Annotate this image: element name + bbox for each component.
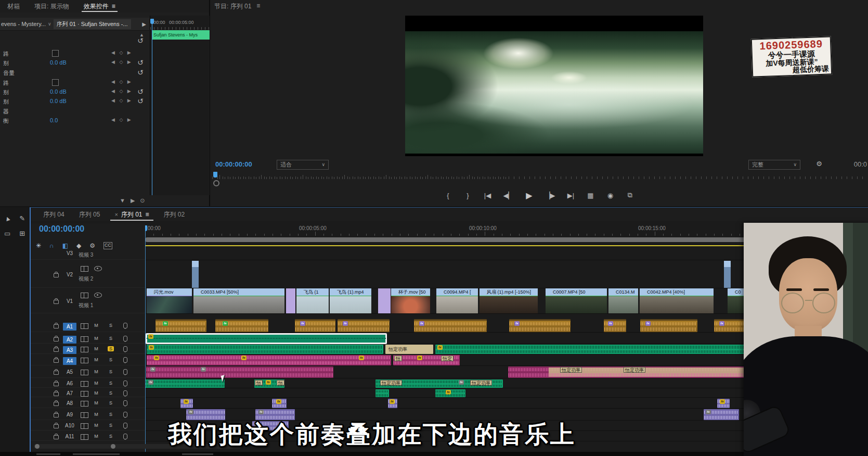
solo-button[interactable]: S	[108, 346, 114, 351]
audio-clip[interactable]: 恒定功率恒定功率fx	[375, 379, 503, 388]
go-to-in-button[interactable]: |◀	[484, 192, 492, 199]
playback-quality-select[interactable]: 完整∨	[748, 160, 800, 170]
fx-badge[interactable]: fx	[359, 356, 364, 360]
mute-button[interactable]: M	[93, 390, 99, 396]
fx-badge[interactable]: fx	[390, 399, 395, 404]
audio-clip[interactable]: 恒定功率恒定功率	[508, 366, 745, 378]
fx-badge[interactable]: fx	[188, 410, 193, 414]
tab-序列 05[interactable]: 序列 05	[72, 208, 108, 221]
lock-icon[interactable]	[54, 382, 59, 386]
sync-lock-icon[interactable]	[81, 381, 88, 387]
voiceover-mic-icon[interactable]	[123, 336, 127, 341]
audio-clip[interactable]: fx	[640, 319, 697, 332]
fx-badge[interactable]: fx	[258, 410, 264, 414]
solo-button[interactable]: S	[108, 412, 114, 417]
timeline-timecode[interactable]: 00:00:00:00	[39, 224, 84, 234]
track-target-A7[interactable]: A7	[63, 390, 76, 396]
filter-icon[interactable]: ▼	[120, 197, 125, 204]
mute-button[interactable]: M	[93, 369, 99, 374]
audio-clip[interactable]: fx	[215, 319, 268, 332]
hand-tool[interactable]: ⊞	[19, 230, 25, 237]
select-tool[interactable]: ▲	[3, 213, 12, 223]
solo-button[interactable]: S	[108, 400, 114, 406]
step-forward-button[interactable]: ▕▶	[545, 192, 555, 199]
video-clip[interactable]: 风扇 (1).mp4 [-150%]fx	[480, 288, 538, 313]
source-monitor-icon[interactable]	[81, 293, 88, 298]
reset-parameter-icon[interactable]: ↺	[137, 97, 144, 105]
solo-button[interactable]: S	[108, 336, 114, 341]
voiceover-mic-icon[interactable]	[123, 381, 127, 386]
eye-toggle-icon[interactable]	[94, 266, 102, 271]
video-clip[interactable]: C0007.MP4 [50fx	[546, 288, 607, 313]
lock-icon[interactable]	[54, 348, 59, 352]
track-target-A8[interactable]: A8	[63, 400, 76, 406]
video-clip[interactable]: 杯子.mov [50fx	[391, 288, 430, 313]
fx-badge[interactable]: fx	[276, 399, 281, 404]
fx-badge[interactable]: fx	[706, 410, 711, 414]
video-clip[interactable]: 飞鸟 (1fx	[296, 288, 329, 313]
voiceover-mic-icon[interactable]	[123, 412, 127, 417]
lock-icon[interactable]	[54, 273, 59, 277]
sync-lock-icon[interactable]	[81, 412, 88, 418]
sync-lock-icon[interactable]	[81, 347, 88, 352]
step-back-button[interactable]: ◀▏	[503, 192, 514, 199]
loop-icon[interactable]: ⊙	[140, 197, 145, 204]
parameter-value[interactable]: 0.0 dB	[50, 88, 67, 95]
video-clip[interactable]: C0033.MP4 [50%]fx	[193, 288, 284, 313]
audio-clip[interactable]: fx	[180, 399, 193, 408]
lock-icon[interactable]	[54, 359, 59, 363]
voiceover-mic-icon[interactable]	[123, 323, 127, 328]
sync-lock-icon[interactable]	[81, 323, 88, 329]
voiceover-mic-icon[interactable]	[123, 346, 127, 352]
track-target-A9[interactable]: A9	[63, 412, 76, 417]
lock-icon[interactable]	[54, 392, 59, 396]
mute-button[interactable]: M	[93, 323, 99, 328]
mute-button[interactable]: M	[93, 412, 99, 417]
mute-button[interactable]: M	[93, 346, 99, 351]
solo-button[interactable]: S	[108, 381, 114, 386]
fx-badge[interactable]: fx	[300, 321, 305, 326]
zoom-fit-select[interactable]: 适合∨	[277, 160, 329, 170]
track-target-A3[interactable]: A3	[63, 346, 76, 354]
audio-clip[interactable]: fx	[295, 319, 335, 332]
snap-icon[interactable]: ∩	[49, 242, 54, 249]
eye-toggle-icon[interactable]	[94, 293, 102, 298]
lock-icon[interactable]	[54, 324, 59, 328]
linked-selection-icon[interactable]: ◧	[62, 242, 68, 249]
track-target-A6[interactable]: A6	[63, 381, 76, 386]
video-clip[interactable]: C0134.Mfx	[608, 288, 638, 313]
video-clip[interactable]: 闪光.movfx	[147, 288, 192, 313]
video-clip-transition[interactable]	[286, 288, 295, 313]
tab-序列 02[interactable]: 序列 02	[157, 208, 192, 221]
sync-lock-icon[interactable]	[81, 391, 88, 397]
keyframe-nav-icons[interactable]: ◀ ◇ ▶	[111, 88, 133, 94]
fx-badge[interactable]: fx	[720, 399, 725, 404]
track-target-A5[interactable]: A5	[63, 369, 76, 375]
fx-badge[interactable]: fx	[154, 356, 159, 360]
fx-badge[interactable]: fx	[201, 367, 206, 372]
settings-wrench-icon[interactable]: ⚙	[89, 242, 95, 249]
video-clip[interactable]: C0042.MP4 [40%]fx	[640, 288, 714, 313]
fx-badge[interactable]: fx	[150, 367, 156, 372]
audio-clip[interactable]: fxfx	[435, 345, 793, 354]
reset-parameter-icon[interactable]: ↺	[137, 87, 144, 96]
fx-badge[interactable]: fx	[148, 334, 153, 339]
reset-parameter-icon[interactable]: ↺	[137, 58, 144, 67]
lock-icon[interactable]	[54, 413, 59, 417]
solo-button[interactable]: S	[108, 357, 114, 362]
play-button[interactable]: ▶	[525, 191, 534, 200]
sync-lock-icon[interactable]	[81, 336, 88, 342]
fx-badge[interactable]: fx	[419, 321, 424, 326]
comparison-view-button[interactable]: ⧉	[626, 191, 634, 199]
reset-parameter-icon[interactable]: ↺	[137, 36, 144, 45]
fx-badge[interactable]: fx	[608, 321, 613, 326]
mute-button[interactable]: M	[93, 336, 99, 341]
fx-badge[interactable]: fx	[645, 321, 651, 326]
audio-clip[interactable]: fx	[145, 379, 225, 388]
rect-tool[interactable]: ▭	[4, 230, 10, 237]
fx-badge[interactable]: fx	[149, 345, 154, 350]
fx-badge[interactable]: fx	[417, 356, 422, 360]
keyframe-nav-icons[interactable]: ◀ ◇ ▶	[111, 59, 133, 65]
mute-button[interactable]: M	[93, 357, 99, 362]
fx-badge[interactable]: fx	[148, 380, 153, 385]
